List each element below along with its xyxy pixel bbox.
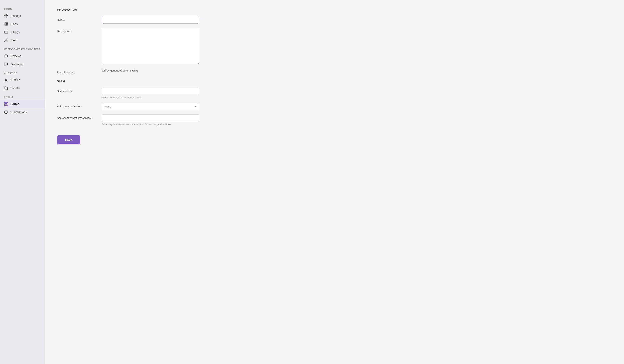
sidebar-item-plans[interactable]: Plans (0, 20, 45, 28)
sidebar-item-events-label: Events (11, 87, 19, 90)
settings-icon (4, 14, 8, 18)
audience-section-label: AUDIENCE (0, 68, 45, 76)
forms-section-label: FORMS (0, 92, 45, 100)
sidebar-item-reviews-label: Reviews (11, 54, 21, 58)
staff-icon (4, 38, 8, 42)
svg-rect-5 (4, 31, 8, 33)
name-label: Name: (57, 16, 102, 21)
svg-rect-2 (6, 23, 7, 23)
sidebar-item-staff-label: Staff (11, 39, 17, 42)
antispam-key-label: Anti-spam secret key service: (57, 114, 102, 119)
spam-words-input[interactable] (102, 88, 199, 95)
name-row: Name: (57, 16, 612, 23)
form-endpoint-label: Form Endpoint: (57, 69, 102, 74)
svg-rect-4 (5, 24, 6, 25)
svg-point-10 (5, 79, 7, 80)
sidebar-item-profiles-label: Profiles (11, 78, 20, 82)
svg-rect-1 (5, 23, 6, 23)
spam-words-row: Spam words: Comma separated list of word… (57, 88, 612, 99)
form-endpoint-value-wrap: Will be generated when saving (102, 69, 199, 72)
svg-rect-18 (5, 111, 8, 113)
information-section-title: INFORMATION (57, 8, 612, 11)
svg-rect-11 (5, 87, 7, 90)
events-icon (4, 86, 8, 90)
sidebar-item-settings-label: Settings (11, 14, 21, 18)
sidebar-item-submissions[interactable]: Submissions (0, 108, 45, 116)
reviews-icon (4, 54, 8, 58)
antispam-select[interactable]: None reCAPTCHA v2 reCAPTCHA v3 hCaptcha … (102, 103, 199, 110)
antispam-key-input[interactable] (102, 114, 199, 122)
sidebar-item-forms-label: Forms (11, 102, 19, 106)
save-button[interactable]: Save (57, 135, 80, 144)
svg-rect-15 (5, 103, 7, 105)
form-endpoint-row: Form Endpoint: Will be generated when sa… (57, 69, 612, 74)
antispam-row: Anti-spam protection: None reCAPTCHA v2 … (57, 103, 612, 110)
spam-words-label: Spam words: (57, 88, 102, 93)
questions-icon (4, 62, 8, 66)
sidebar-item-submissions-label: Submissions (11, 111, 27, 114)
spam-words-hint: Comma separated list of words to block (102, 96, 199, 99)
name-input[interactable] (102, 16, 199, 23)
sidebar-item-staff[interactable]: Staff (0, 36, 45, 44)
antispam-key-hint: Secret key for antispam service is requi… (102, 123, 199, 126)
form-endpoint-value: Will be generated when saving (102, 67, 138, 72)
name-control-wrap (102, 16, 199, 23)
svg-rect-3 (6, 24, 7, 25)
antispam-select-wrap: None reCAPTCHA v2 reCAPTCHA v3 hCaptcha … (102, 103, 199, 110)
sidebar-item-billings[interactable]: Billings (0, 28, 45, 36)
svg-point-0 (6, 15, 7, 17)
billings-icon (4, 30, 8, 34)
description-textarea[interactable] (102, 28, 199, 64)
antispam-control-wrap: None reCAPTCHA v2 reCAPTCHA v3 hCaptcha … (102, 103, 199, 110)
description-label: Description: (57, 28, 102, 33)
store-section-label: STORE (0, 4, 45, 12)
antispam-key-row: Anti-spam secret key service: Secret key… (57, 114, 612, 126)
profiles-icon (4, 78, 8, 82)
description-control-wrap (102, 28, 199, 65)
sidebar: STORE Settings Plans Billings (0, 0, 45, 364)
sidebar-item-billings-label: Billings (11, 30, 20, 34)
svg-point-7 (5, 39, 6, 40)
sidebar-item-settings[interactable]: Settings (0, 12, 45, 20)
sidebar-item-forms[interactable]: Forms (0, 100, 45, 108)
sidebar-item-plans-label: Plans (11, 22, 18, 26)
spam-section-title: SPAM (57, 80, 612, 83)
sidebar-item-events[interactable]: Events (0, 84, 45, 92)
sidebar-item-profiles[interactable]: Profiles (0, 76, 45, 84)
ugc-section-label: USER-GENERATED CONTENT (0, 44, 45, 52)
spam-words-control-wrap: Comma separated list of words to block (102, 88, 199, 99)
save-button-wrap: Save (57, 132, 612, 144)
antispam-label: Anti-spam protection: (57, 103, 102, 108)
forms-icon (4, 102, 8, 106)
submissions-icon (4, 110, 8, 114)
sidebar-item-questions-label: Questions (11, 63, 23, 66)
plans-icon (4, 22, 8, 26)
antispam-key-control-wrap: Secret key for antispam service is requi… (102, 114, 199, 126)
sidebar-item-questions[interactable]: Questions (0, 60, 45, 68)
description-row: Description: (57, 28, 612, 65)
sidebar-item-reviews[interactable]: Reviews (0, 52, 45, 60)
main-content: INFORMATION Name: Description: Form Endp… (45, 0, 624, 364)
